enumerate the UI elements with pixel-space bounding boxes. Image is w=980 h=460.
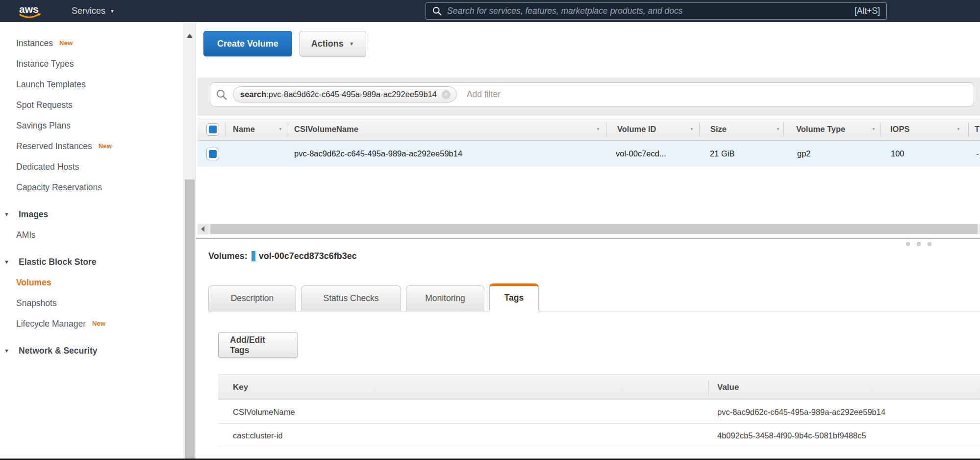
- detail-tabs: Description Status Checks Monitoring Tag…: [208, 282, 980, 311]
- sort-icon[interactable]: ▼: [776, 118, 780, 140]
- sidebar-item-capacity-reservations[interactable]: Capacity Reservations: [0, 177, 183, 198]
- column-header-csivolumename[interactable]: CSIVolumeName: [294, 118, 358, 140]
- column-header-iops[interactable]: IOPS: [890, 118, 909, 140]
- add-filter-placeholder[interactable]: Add filter: [467, 89, 501, 100]
- tag-value: 4b092cb5-3458-4f90-9b4c-5081bf9488c5: [717, 424, 866, 447]
- column-header-volume-type[interactable]: Volume Type: [796, 118, 845, 140]
- add-edit-tags-button[interactable]: Add/Edit Tags: [218, 332, 298, 358]
- sidebar-item-dedicated-hosts[interactable]: Dedicated Hosts: [0, 156, 183, 177]
- select-all-checkbox[interactable]: [206, 123, 219, 136]
- search-shortcut-hint: [Alt+S]: [854, 6, 880, 16]
- scroll-up-icon[interactable]: [187, 34, 193, 38]
- tab-tags[interactable]: Tags: [489, 283, 539, 311]
- new-badge: New: [59, 39, 73, 47]
- tags-table: Key Value CSIVolumeName pvc-8ac9d62c-c64…: [218, 374, 980, 447]
- tag-key: cast:cluster-id: [233, 424, 283, 447]
- top-navbar: aws Services ▼ [Alt+S]: [0, 0, 980, 22]
- pane-resize-handle[interactable]: [906, 242, 938, 246]
- new-badge: New: [92, 320, 105, 327]
- create-volume-button[interactable]: Create Volume: [203, 31, 292, 56]
- sidebar-item-instances[interactable]: InstancesNew: [0, 33, 183, 53]
- scroll-left-icon: [201, 226, 204, 232]
- sidebar-scrollbar[interactable]: [183, 22, 196, 460]
- aws-logo[interactable]: aws: [17, 3, 44, 20]
- tag-row: cast:cluster-id 4b092cb5-3458-4f90-9b4c-…: [218, 424, 980, 447]
- filter-strip: search : pvc-8ac9d62c-c645-495a-989a-ac2…: [198, 77, 980, 116]
- sort-icon[interactable]: ▼: [872, 118, 876, 140]
- tags-table-header: Key Value: [218, 374, 980, 400]
- volumes-label: Volumes:: [208, 251, 248, 261]
- close-icon[interactable]: ×: [442, 90, 451, 99]
- chevron-down-icon: ▼: [4, 340, 9, 361]
- horizontal-scrollbar-thumb[interactable]: [210, 224, 978, 234]
- cell-iops: 100: [891, 141, 905, 167]
- sidebar: InstancesNew Instance Types Launch Templ…: [0, 22, 183, 460]
- aws-ec2-console: aws Services ▼ [Alt+S] InstancesNew Inst…: [0, 0, 980, 460]
- tags-column-key: Key: [233, 375, 248, 400]
- toolbar: Create Volume Actions ▼: [203, 31, 366, 56]
- sidebar-item-snapshots[interactable]: Snapshots: [0, 293, 183, 313]
- volumes-table-header: Name ▼ CSIVolumeName ▼ Volume ID ▼ Size …: [198, 118, 980, 141]
- sidebar-section-elastic-block-store[interactable]: ▼ Elastic Block Store: [0, 252, 183, 272]
- chevron-down-icon: ▼: [349, 41, 354, 47]
- search-icon: [216, 89, 227, 100]
- services-menu[interactable]: Services ▼: [72, 6, 115, 16]
- tag-row: CSIVolumeName pvc-8ac9d62c-c645-495a-989…: [218, 400, 980, 424]
- column-header-size[interactable]: Size: [710, 118, 727, 140]
- search-icon: [432, 6, 442, 16]
- cell-volume-type: gp2: [797, 141, 811, 167]
- detail-heading: Volumes: vol-00c7ecd873c6fb3ec: [208, 251, 357, 261]
- main-panel: Create Volume Actions ▼ search : pvc-8ac…: [196, 22, 980, 460]
- aws-logo-graphic: aws: [17, 3, 44, 20]
- svg-text:aws: aws: [19, 3, 39, 15]
- sidebar-item-volumes[interactable]: Volumes: [0, 272, 183, 293]
- pane-divider: [196, 238, 980, 239]
- new-badge: New: [99, 142, 112, 150]
- tag-value: pvc-8ac9d62c-c645-495a-989a-ac292ee59b14: [717, 400, 885, 424]
- global-search-bar[interactable]: [Alt+S]: [426, 2, 887, 20]
- tag-key: CSIVolumeName: [233, 400, 295, 424]
- sort-icon[interactable]: ▼: [690, 118, 694, 140]
- horizontal-scrollbar[interactable]: [198, 224, 980, 234]
- tags-column-value: Value: [717, 375, 739, 400]
- sidebar-item-reserved-instances[interactable]: Reserved InstancesNew: [0, 136, 183, 156]
- cell-size: 21 GiB: [710, 141, 734, 167]
- sort-icon[interactable]: ▼: [596, 118, 600, 140]
- chevron-down-icon: ▼: [4, 252, 9, 272]
- sidebar-item-amis[interactable]: AMIs: [0, 225, 183, 245]
- selection-bar: [251, 251, 255, 261]
- volume-table-row[interactable]: pvc-8ac9d62c-c645-495a-989a-ac292ee59b14…: [198, 141, 980, 167]
- row-checkbox[interactable]: [206, 148, 219, 160]
- filter-search-box[interactable]: search : pvc-8ac9d62c-c645-495a-989a-ac2…: [210, 82, 974, 106]
- column-header-name[interactable]: Name: [233, 118, 255, 140]
- chevron-down-icon: ▼: [110, 8, 115, 14]
- selected-volume-id: vol-00c7ecd873c6fb3ec: [259, 251, 357, 261]
- scroll-left-button[interactable]: [198, 224, 208, 234]
- actions-button[interactable]: Actions ▼: [300, 31, 366, 56]
- cell-csivolumename: pvc-8ac9d62c-c645-495a-989a-ac292ee59b14: [294, 141, 462, 167]
- cell-volume-id: vol-00c7ecd...: [616, 141, 666, 167]
- sort-icon[interactable]: ▼: [956, 118, 960, 140]
- search-filter-token[interactable]: search : pvc-8ac9d62c-c645-495a-989a-ac2…: [233, 86, 457, 102]
- sidebar-item-savings-plans[interactable]: Savings Plans: [0, 115, 183, 136]
- sidebar-section-images[interactable]: ▼ Images: [0, 204, 183, 225]
- sidebar-item-spot-requests[interactable]: Spot Requests: [0, 95, 183, 115]
- column-header-throughput-cut[interactable]: T: [975, 118, 980, 140]
- sidebar-item-launch-templates[interactable]: Launch Templates: [0, 74, 183, 95]
- cell-throughput: -: [976, 141, 979, 167]
- column-header-volume-id[interactable]: Volume ID: [617, 118, 656, 140]
- global-search-input[interactable]: [447, 6, 850, 16]
- sidebar-section-network-security[interactable]: ▼ Network & Security: [0, 340, 183, 361]
- sidebar-item-instance-types[interactable]: Instance Types: [0, 53, 183, 74]
- sidebar-scrollbar-thumb[interactable]: [185, 179, 195, 460]
- sort-icon[interactable]: ▼: [278, 118, 282, 140]
- tab-description[interactable]: Description: [208, 285, 296, 311]
- chevron-down-icon: ▼: [4, 204, 9, 225]
- tab-status-checks[interactable]: Status Checks: [301, 285, 401, 311]
- tab-monitoring[interactable]: Monitoring: [406, 285, 484, 311]
- sidebar-item-lifecycle-manager[interactable]: Lifecycle ManagerNew: [0, 313, 183, 334]
